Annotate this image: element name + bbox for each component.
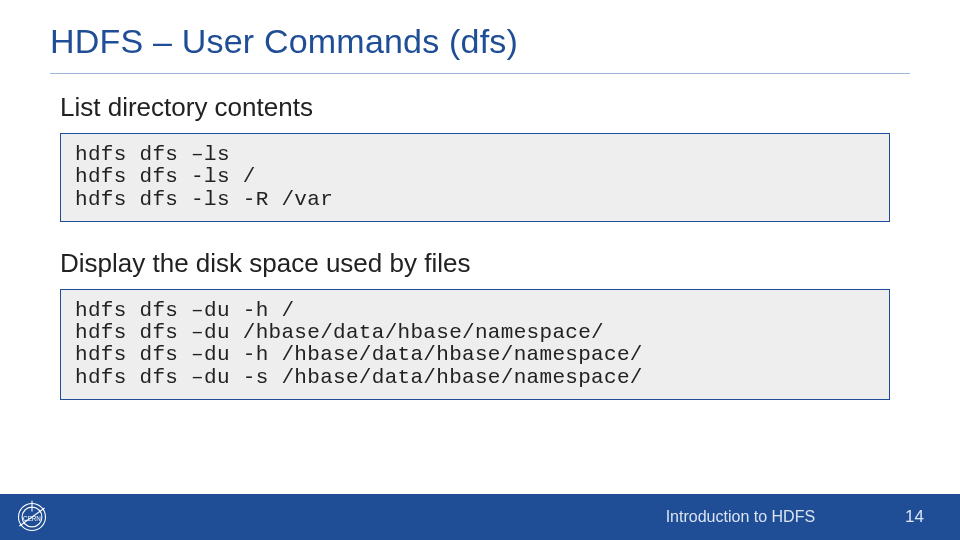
code-box-du: hdfs dfs –du -h / hdfs dfs –du /hbase/da…	[60, 289, 890, 400]
footer-text: Introduction to HDFS	[666, 508, 815, 526]
code-block-ls: hdfs dfs –ls hdfs dfs -ls / hdfs dfs -ls…	[75, 144, 875, 211]
svg-text:CERN: CERN	[23, 515, 41, 522]
cern-logo-icon: CERN	[14, 499, 50, 535]
content-area: List directory contents hdfs dfs –ls hdf…	[50, 92, 910, 400]
page-number: 14	[905, 507, 924, 527]
page-title: HDFS – User Commands (dfs)	[50, 22, 910, 61]
section-heading-du: Display the disk space used by files	[60, 248, 890, 279]
title-rule	[50, 73, 910, 74]
code-box-ls: hdfs dfs –ls hdfs dfs -ls / hdfs dfs -ls…	[60, 133, 890, 222]
section-heading-ls: List directory contents	[60, 92, 890, 123]
footer-bar: CERN Introduction to HDFS 14	[0, 494, 960, 540]
slide: HDFS – User Commands (dfs) List director…	[0, 0, 960, 540]
code-block-du: hdfs dfs –du -h / hdfs dfs –du /hbase/da…	[75, 300, 875, 389]
